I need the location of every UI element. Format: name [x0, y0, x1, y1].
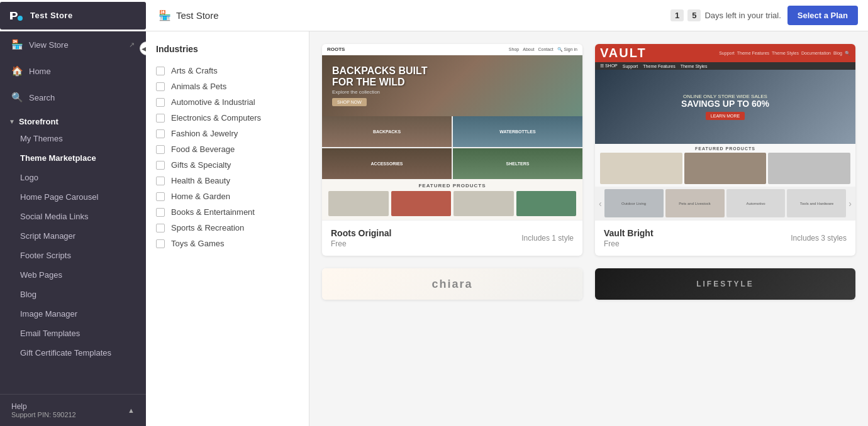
sidebar-item-image-manager[interactable]: Image Manager — [0, 304, 146, 324]
sidebar-item-theme-marketplace[interactable]: Theme Marketplace — [0, 148, 146, 168]
sidebar-item-home-page-carousel[interactable]: Home Page Carousel — [0, 187, 146, 207]
filter-checkbox-electronics[interactable] — [156, 114, 165, 123]
trial-days-label: Days left in your trial. — [704, 11, 781, 20]
vault-theme-name: Vault Bright — [604, 228, 654, 238]
filter-checkbox-sports[interactable] — [156, 224, 165, 232]
vault-sub-nav: ☰ SHOP Support Theme Features Theme Styl… — [595, 62, 855, 70]
sidebar-item-web-pages[interactable]: Web Pages — [0, 265, 146, 285]
vault-featured: FEATURED PRODUCTS — [595, 144, 855, 187]
logo-text: Test Store — [30, 11, 73, 20]
sidebar-item-view-store[interactable]: 🏪 View Store ↗ — [0, 31, 146, 58]
sidebar-item-footer-scripts[interactable]: Footer Scripts — [0, 246, 146, 265]
trial-num1: 1 — [670, 9, 684, 21]
filter-item-automotive[interactable]: Automotive & Industrial — [156, 94, 299, 110]
vault-card-info: Vault Bright Free — [604, 228, 654, 248]
help-label: Help — [11, 402, 76, 411]
roots-mockup: ROOTS Shop About Contact 🔍 Sign in — [322, 44, 582, 220]
store-icon: 🏪 — [11, 39, 23, 50]
theme-card-vault[interactable]: VAULT Support Theme Features Theme Style… — [595, 44, 855, 256]
trial-num2: 5 — [687, 9, 701, 21]
filter-checkbox-arts[interactable] — [156, 67, 165, 75]
filter-item-food[interactable]: Food & Beverage — [156, 141, 299, 157]
sidebar-view-store-label: View Store — [29, 40, 123, 50]
filter-item-arts[interactable]: Arts & Crafts — [156, 63, 299, 79]
roots-category-grid: BACKPACKS WATERBOTTLES ACCESSORIES SHELT… — [322, 116, 582, 179]
filter-item-fashion[interactable]: Fashion & Jewelry — [156, 126, 299, 141]
store-name: Test Store — [176, 10, 219, 21]
filter-checkbox-health[interactable] — [156, 177, 165, 185]
sidebar-item-email-templates[interactable]: Email Templates — [0, 324, 146, 343]
filter-item-gifts[interactable]: Gifts & Specialty — [156, 157, 299, 173]
theme-grid: ROOTS Shop About Contact 🔍 Sign in — [322, 44, 855, 300]
select-plan-button[interactable]: Select a Plan — [787, 6, 858, 25]
search-icon: 🔍 — [11, 92, 23, 103]
roots-hero-text: BACKPACKS BUILT FOR THE WILD — [332, 65, 427, 87]
filter-item-toys[interactable]: Toys & Games — [156, 236, 299, 251]
store-icon: 🏪 — [159, 9, 171, 21]
sidebar-item-search[interactable]: 🔍 Search — [0, 84, 146, 111]
sidebar-item-logo[interactable]: Logo — [0, 168, 146, 187]
vault-cat-2: Pets and Livestock — [665, 189, 725, 217]
roots-price: Free — [331, 239, 391, 248]
roots-nav-links: Shop About Contact 🔍 Sign in — [509, 47, 577, 52]
sidebar-item-home[interactable]: 🏠 Home — [0, 58, 146, 84]
theme-card-chiara[interactable]: chiara — [322, 268, 582, 300]
sidebar-section-storefront[interactable]: ▼ Storefront — [0, 111, 146, 129]
filter-item-sports[interactable]: Sports & Recreation — [156, 220, 299, 236]
filter-label-health: Health & Beauty — [171, 176, 230, 185]
vault-featured-title: FEATURED PRODUCTS — [600, 146, 850, 151]
lifestyle-theme-image: Lifestyle — [595, 268, 855, 300]
filter-label-fashion: Fashion & Jewelry — [171, 129, 238, 138]
filter-checkbox-gifts[interactable] — [156, 161, 165, 170]
filter-checkbox-animals[interactable] — [156, 82, 165, 91]
vault-logo: VAULT — [600, 46, 647, 60]
filter-item-home[interactable]: Home & Garden — [156, 188, 299, 204]
roots-product-4 — [516, 191, 577, 216]
vault-categories-row: ‹ Outdoor Living Pets and Livestock — [595, 187, 855, 220]
filter-item-books[interactable]: Books & Entertainment — [156, 204, 299, 220]
theme-card-lifestyle[interactable]: Lifestyle — [595, 268, 855, 300]
filter-checkbox-fashion[interactable] — [156, 129, 165, 138]
filter-title: Industries — [156, 44, 299, 54]
filter-checkbox-books[interactable] — [156, 208, 165, 217]
vault-next-arrow[interactable]: › — [849, 199, 852, 209]
sidebar-item-blog[interactable]: Blog — [0, 285, 146, 304]
vault-prev-arrow[interactable]: ‹ — [599, 199, 602, 209]
filter-item-animals[interactable]: Animals & Pets — [156, 79, 299, 94]
sidebar-item-script-manager[interactable]: Script Manager — [0, 226, 146, 246]
filter-checkbox-toys[interactable] — [156, 239, 165, 248]
theme-grid-area: ROOTS Shop About Contact 🔍 Sign in — [309, 31, 868, 426]
filter-label-home: Home & Garden — [171, 192, 230, 201]
vault-nav-links: Support Theme Features Theme Styles Docu… — [719, 51, 850, 56]
sidebar-item-my-themes[interactable]: My Themes — [0, 129, 146, 148]
svg-point-1 — [18, 16, 23, 21]
sidebar-item-gift-certificate[interactable]: Gift Certificate Templates — [0, 343, 146, 363]
roots-logo: ROOTS — [327, 46, 345, 52]
filter-checkbox-home[interactable] — [156, 192, 165, 201]
roots-products-row — [328, 191, 576, 216]
filter-checkbox-food[interactable] — [156, 145, 165, 154]
vault-cat-4: Tools and Hardware — [787, 189, 846, 217]
sidebar: ◀◀ 🏪 View Store ↗ 🏠 Home 🔍 Search ▼ Stor… — [0, 31, 146, 426]
lifestyle-mockup: Lifestyle — [595, 268, 855, 300]
vault-cat-1: Outdoor Living — [604, 189, 664, 217]
home-icon: 🏠 — [11, 65, 23, 77]
vault-categories: Outdoor Living Pets and Livestock Automo… — [604, 189, 847, 217]
theme-card-roots[interactable]: ROOTS Shop About Contact 🔍 Sign in — [322, 44, 582, 256]
filter-checkbox-automotive[interactable] — [156, 98, 165, 107]
external-link-icon: ↗ — [129, 41, 135, 49]
footer-chevron[interactable]: ▲ — [128, 407, 135, 414]
sidebar-item-social-media-links[interactable]: Social Media Links — [0, 207, 146, 226]
support-pin: Support PIN: 590212 — [11, 411, 76, 418]
filter-item-electronics[interactable]: Electronics & Computers — [156, 110, 299, 126]
roots-card-info: Roots Original Free — [331, 228, 391, 248]
roots-product-1 — [328, 191, 389, 216]
roots-theme-name: Roots Original — [331, 228, 391, 238]
trial-info: 1 5 Days left in your trial. — [670, 9, 781, 21]
roots-hero-btn: SHOP NOW — [332, 98, 367, 106]
filter-item-health[interactable]: Health & Beauty — [156, 173, 299, 188]
vault-price: Free — [604, 239, 654, 248]
vault-styles: Includes 3 styles — [791, 234, 847, 243]
filter-label-toys: Toys & Games — [171, 239, 225, 248]
topbar-right: 1 5 Days left in your trial. Select a Pl… — [670, 6, 858, 25]
